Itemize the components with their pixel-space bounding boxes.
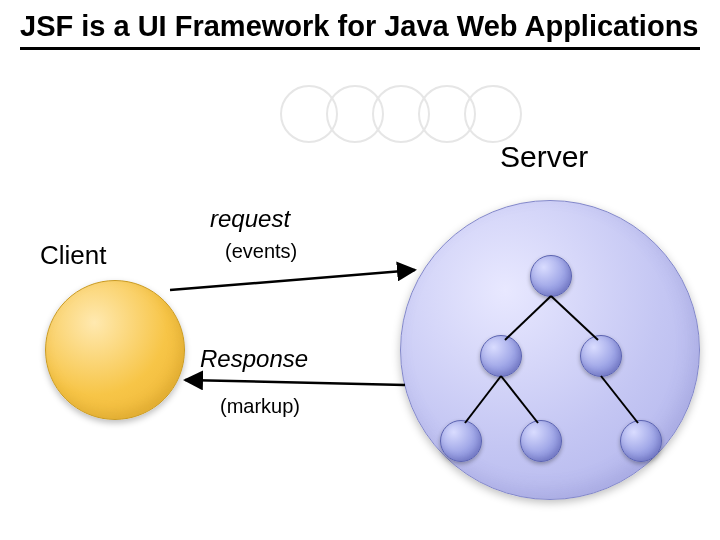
decorative-circles [280, 85, 522, 147]
client-node [45, 280, 185, 420]
svg-line-0 [170, 270, 415, 290]
ui-tree-child-left [480, 335, 522, 377]
slide-title: JSF is a UI Framework for Java Web Appli… [20, 10, 700, 50]
response-label: Response [200, 345, 308, 373]
client-label: Client [40, 240, 106, 271]
server-label: Server [500, 140, 588, 174]
markup-label: (markup) [220, 395, 300, 418]
ui-tree-child-right [580, 335, 622, 377]
ui-tree-leaf-3 [620, 420, 662, 462]
ui-tree-leaf-1 [440, 420, 482, 462]
ui-tree-root [530, 255, 572, 297]
ui-tree-leaf-2 [520, 420, 562, 462]
request-label: request [210, 205, 290, 233]
svg-line-1 [185, 380, 405, 385]
events-label: (events) [225, 240, 297, 263]
